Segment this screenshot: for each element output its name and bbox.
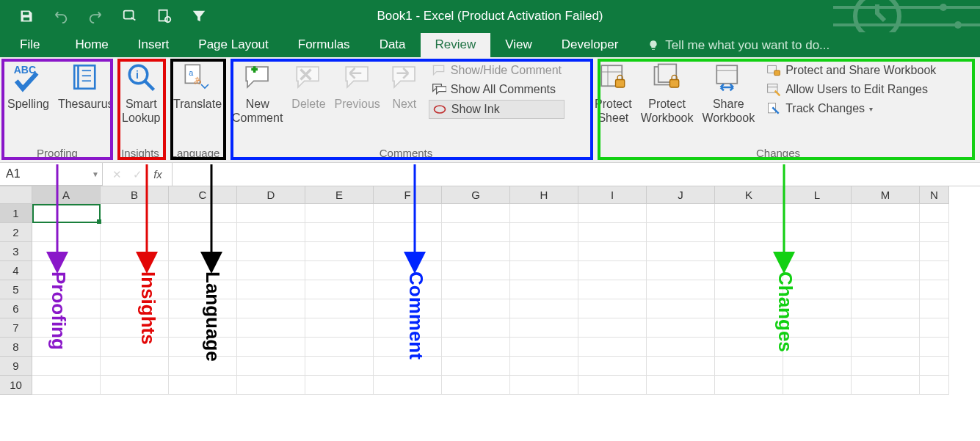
cell[interactable] [578, 223, 647, 242]
cell[interactable] [169, 204, 237, 223]
cell[interactable] [442, 338, 510, 357]
show-all-comments-button[interactable]: Show All Comments [429, 81, 565, 98]
cell[interactable] [442, 318, 510, 338]
tab-view[interactable]: View [490, 33, 547, 57]
cell[interactable] [510, 204, 578, 223]
cell[interactable] [237, 299, 305, 318]
smart-lookup-button[interactable]: i Smart Lookup [117, 59, 165, 125]
allow-users-edit-button[interactable]: Allow Users to Edit Ranges [763, 81, 939, 98]
cell[interactable] [237, 357, 305, 376]
cell[interactable] [852, 376, 920, 395]
tab-data[interactable]: Data [365, 33, 421, 57]
cell[interactable] [920, 299, 949, 318]
cell[interactable] [578, 376, 647, 395]
cell[interactable] [305, 318, 374, 338]
cell[interactable] [101, 376, 169, 395]
cell[interactable] [374, 242, 442, 261]
cell[interactable] [510, 357, 578, 376]
cell[interactable] [647, 280, 715, 299]
col-header[interactable]: D [237, 186, 305, 204]
cell[interactable] [920, 280, 949, 299]
row-header[interactable]: 1 [0, 204, 32, 223]
cell[interactable] [647, 204, 715, 223]
cell[interactable] [647, 318, 715, 338]
cell[interactable] [237, 338, 305, 357]
tab-page-layout[interactable]: Page Layout [184, 33, 283, 57]
cell[interactable] [374, 204, 442, 223]
cell[interactable] [237, 376, 305, 395]
cell[interactable] [237, 223, 305, 242]
cell[interactable] [237, 204, 305, 223]
cell[interactable] [101, 242, 169, 261]
cell[interactable] [783, 376, 852, 395]
cell[interactable] [715, 242, 783, 261]
row-header[interactable]: 5 [0, 280, 32, 299]
cell[interactable] [305, 299, 374, 318]
cell[interactable] [305, 376, 374, 395]
cell[interactable] [510, 242, 578, 261]
protect-share-workbook-button[interactable]: Protect and Share Workbook [763, 62, 939, 79]
cell[interactable] [305, 204, 374, 223]
cell[interactable] [32, 204, 101, 223]
cell[interactable] [305, 357, 374, 376]
col-header[interactable]: C [169, 186, 237, 204]
undo-icon[interactable] [53, 8, 69, 24]
cell[interactable] [442, 299, 510, 318]
cell[interactable] [578, 299, 647, 318]
cell[interactable] [852, 280, 920, 299]
cell[interactable] [920, 376, 949, 395]
cell[interactable] [578, 261, 647, 280]
cell[interactable] [647, 357, 715, 376]
cell[interactable] [442, 204, 510, 223]
cell[interactable] [647, 338, 715, 357]
cell[interactable] [442, 376, 510, 395]
cell[interactable] [578, 242, 647, 261]
cell[interactable] [374, 223, 442, 242]
cell[interactable] [442, 223, 510, 242]
namebox-dropdown-icon[interactable]: ▼ [92, 170, 99, 178]
tab-file[interactable]: File [11, 33, 60, 57]
cell[interactable] [305, 280, 374, 299]
col-header[interactable]: A [32, 186, 101, 204]
cell[interactable] [715, 357, 783, 376]
cell[interactable] [783, 204, 852, 223]
row-header[interactable]: 6 [0, 299, 32, 318]
cell[interactable] [510, 318, 578, 338]
cell[interactable] [237, 280, 305, 299]
share-workbook-button[interactable]: Share Workbook [697, 59, 759, 125]
col-header[interactable]: G [442, 186, 510, 204]
cell[interactable] [783, 357, 852, 376]
row-header[interactable]: 4 [0, 261, 32, 280]
cell[interactable] [852, 242, 920, 261]
cell[interactable] [510, 223, 578, 242]
cell[interactable] [578, 204, 647, 223]
select-all-corner[interactable] [0, 186, 32, 204]
cell[interactable] [647, 376, 715, 395]
cell[interactable] [852, 299, 920, 318]
cell[interactable] [169, 242, 237, 261]
col-header[interactable]: L [783, 186, 852, 204]
row-header[interactable]: 8 [0, 338, 32, 357]
cell[interactable] [169, 376, 237, 395]
cell[interactable] [32, 357, 101, 376]
tab-formulas[interactable]: Formulas [283, 33, 365, 57]
formula-input[interactable] [173, 163, 980, 186]
protect-workbook-button[interactable]: Protect Workbook [636, 59, 698, 125]
cell[interactable] [852, 223, 920, 242]
tab-developer[interactable]: Developer [547, 33, 634, 57]
spelling-button[interactable]: ABC Spelling [3, 59, 54, 111]
cell[interactable] [32, 242, 101, 261]
cell[interactable] [305, 223, 374, 242]
tell-me-search[interactable]: Tell me what you want to do... [633, 34, 844, 57]
cell[interactable] [578, 318, 647, 338]
cell[interactable] [920, 338, 949, 357]
protect-sheet-button[interactable]: Protect Sheet [590, 59, 636, 125]
col-header[interactable]: K [715, 186, 783, 204]
print-preview-icon[interactable] [156, 8, 173, 24]
cell[interactable] [920, 242, 949, 261]
cell[interactable] [852, 318, 920, 338]
cell[interactable] [305, 338, 374, 357]
cell[interactable] [510, 376, 578, 395]
cell[interactable] [647, 242, 715, 261]
cell[interactable] [852, 357, 920, 376]
